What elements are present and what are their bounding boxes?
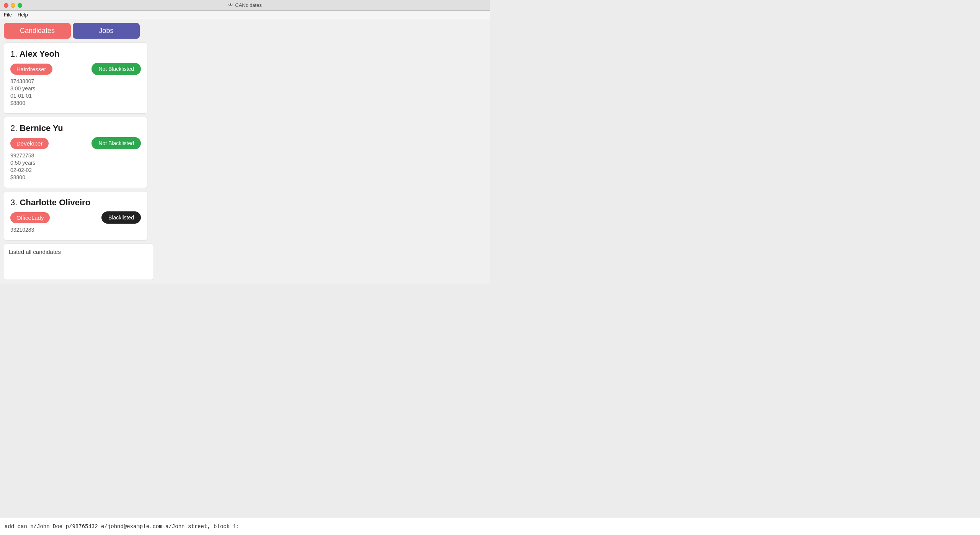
blacklist-status-badge[interactable]: Not Blacklisted xyxy=(91,137,141,149)
app-icon: 👁 xyxy=(228,2,233,8)
candidate-card: 2. Bernice YuDeveloperNot Blacklisted992… xyxy=(4,117,147,188)
candidate-name: 2. Bernice Yu xyxy=(10,123,141,133)
output-text: Listed all candidates xyxy=(9,249,61,255)
candidate-card: 1. Alex YeohHairdresserNot Blacklisted87… xyxy=(4,43,147,114)
minimize-button[interactable] xyxy=(11,3,15,8)
tab-candidates[interactable]: Candidates xyxy=(4,23,71,39)
app-title: 👁 CANdidates xyxy=(228,2,261,8)
main-content: Candidates Jobs 1. Alex YeohHairdresserN… xyxy=(0,19,490,284)
title-bar: 👁 CANdidates xyxy=(0,0,490,11)
job-tag: Hairdresser xyxy=(10,64,52,75)
blacklist-status-badge[interactable]: Blacklisted xyxy=(101,211,141,224)
candidate-card: 3. Charlotte OliveiroOfficeLadyBlacklist… xyxy=(4,191,147,241)
menu-bar: File Help xyxy=(0,11,490,19)
menu-file[interactable]: File xyxy=(4,12,12,18)
job-tag: Developer xyxy=(10,138,49,149)
tab-jobs[interactable]: Jobs xyxy=(73,23,140,39)
menu-help[interactable]: Help xyxy=(18,12,28,18)
card-detail: 87438807 xyxy=(10,78,141,84)
candidate-list: 1. Alex YeohHairdresserNot Blacklisted87… xyxy=(4,43,486,241)
card-tag-status-row: OfficeLadyBlacklisted xyxy=(10,211,141,224)
card-detail: 93210283 xyxy=(10,227,141,233)
blacklist-status-badge[interactable]: Not Blacklisted xyxy=(91,63,141,75)
candidate-name: 3. Charlotte Oliveiro xyxy=(10,198,141,208)
candidate-name: 1. Alex Yeoh xyxy=(10,49,141,59)
maximize-button[interactable] xyxy=(18,3,22,8)
card-tag-status-row: HairdresserNot Blacklisted xyxy=(10,63,141,75)
card-detail: 3.00 years xyxy=(10,85,141,92)
close-button[interactable] xyxy=(4,3,8,8)
window-controls xyxy=(4,3,22,8)
card-detail: 01-01-01 xyxy=(10,93,141,99)
tab-container: Candidates Jobs xyxy=(4,23,142,39)
card-detail: 0.50 years xyxy=(10,160,141,166)
card-detail: $8800 xyxy=(10,174,141,180)
card-detail: 99272758 xyxy=(10,152,141,159)
card-detail: $8800 xyxy=(10,100,141,106)
app-title-text: CANdidates xyxy=(235,2,261,8)
job-tag: OfficeLady xyxy=(10,212,50,223)
card-tag-status-row: DeveloperNot Blacklisted xyxy=(10,137,141,149)
card-detail: 02-02-02 xyxy=(10,167,141,173)
output-panel: Listed all candidates xyxy=(4,244,153,280)
